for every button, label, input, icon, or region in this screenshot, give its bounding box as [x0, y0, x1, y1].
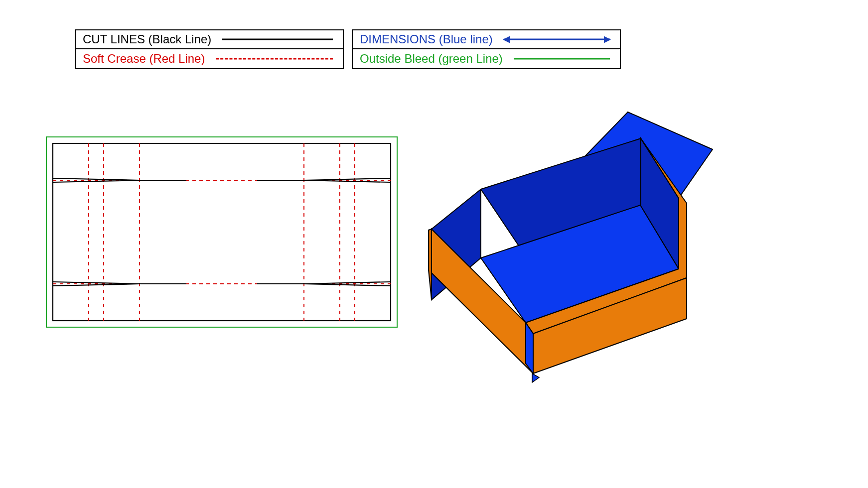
double-arrow-blue-icon [504, 39, 610, 40]
solid-green-line-icon [514, 58, 610, 60]
box-outer-left-edge [429, 229, 432, 300]
legend-sample-bleed [514, 53, 613, 65]
legend-label-cut: CUT LINES (Black Line) [83, 32, 211, 46]
dashed-red-line-icon [216, 58, 333, 60]
legend-sample-crease [216, 53, 336, 65]
legend-sample-dimensions [504, 33, 613, 45]
legend-row-bleed: Outside Bleed (green Line) [353, 49, 620, 68]
legend-right: DIMENSIONS (Blue line) Outside Bleed (gr… [352, 29, 621, 69]
box-bottom-peek [532, 373, 539, 382]
legend-row-cut: CUT LINES (Black Line) [76, 30, 343, 49]
legend-sample-cut [222, 33, 336, 45]
bleed-rect [46, 137, 397, 327]
box-3d-render [414, 105, 822, 393]
solid-black-line-icon [222, 39, 333, 40]
dieline-svg [46, 136, 398, 328]
legend-left: CUT LINES (Black Line) Soft Crease (Red … [75, 29, 344, 69]
cut-outer-rect [53, 143, 391, 321]
legend-label-crease: Soft Crease (Red Line) [83, 52, 205, 66]
crease-horiz [53, 180, 391, 284]
box3d-svg [414, 105, 822, 393]
dieline-template [46, 136, 398, 328]
legend-label-dimensions: DIMENSIONS (Blue line) [360, 32, 493, 46]
legend-row-crease: Soft Crease (Red Line) [76, 49, 343, 68]
legend-row-dimensions: DIMENSIONS (Blue line) [353, 30, 620, 49]
stage: CUT LINES (Black Line) Soft Crease (Red … [0, 0, 868, 488]
legend-label-bleed: Outside Bleed (green Line) [360, 52, 503, 66]
crease-vert [89, 143, 355, 321]
